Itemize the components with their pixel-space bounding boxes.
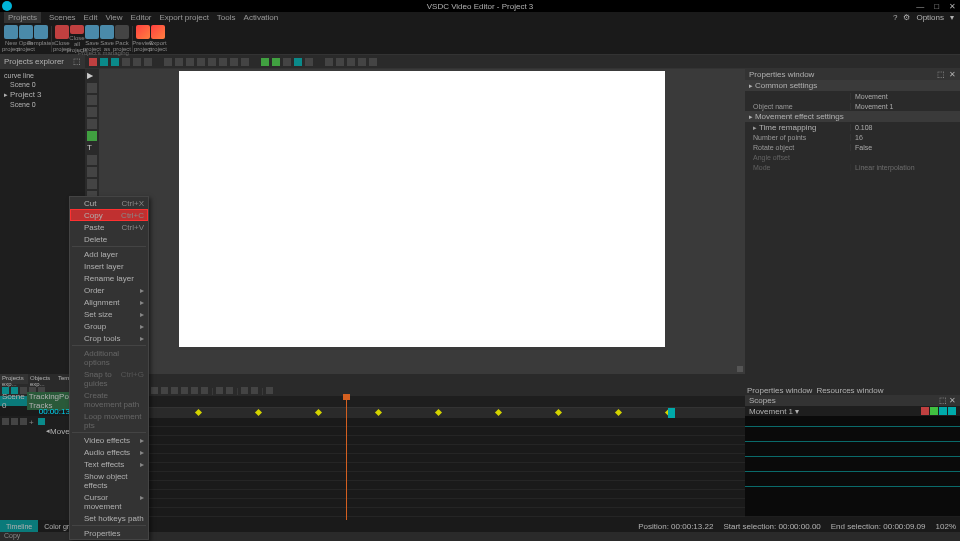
chart-tool-icon[interactable] [87,155,97,165]
export-button[interactable]: Export project [151,25,165,53]
tool-a-icon[interactable] [122,58,130,66]
context-menu-item[interactable]: Insert layer [70,260,148,272]
open-project-button[interactable]: Open project [19,25,33,53]
help-icon[interactable]: ? [893,13,897,22]
tl-prev-icon[interactable] [151,387,158,394]
menu-edit[interactable]: Edit [84,13,98,22]
gear-icon[interactable]: ⚙ [903,13,910,22]
keyframe[interactable] [495,409,502,416]
context-menu-item[interactable]: Set hotkeys path [70,512,148,524]
save-project-button[interactable]: Save project [85,25,99,53]
tool-align-icon[interactable] [186,58,194,66]
context-menu-item[interactable]: Show object effects [70,470,148,491]
shape-tool-icon[interactable] [87,131,97,141]
scope-red-icon[interactable] [921,407,929,415]
keyframe[interactable] [255,409,262,416]
tool-x1-icon[interactable] [283,58,291,66]
menu-scenes[interactable]: Scenes [49,13,76,22]
context-menu-item[interactable]: Text effects▸ [70,458,148,470]
tool-play-icon[interactable] [208,58,216,66]
tl-mark-icon[interactable] [251,387,258,394]
tool-x2-icon[interactable] [294,58,302,66]
context-menu-item[interactable]: Delete [70,233,148,245]
explorer-pin-icon[interactable]: ⬚ [73,57,81,66]
tool-y3-icon[interactable] [347,58,355,66]
keyframe[interactable] [615,409,622,416]
tab-properties-window[interactable]: Properties window [747,386,812,395]
pin-icon[interactable]: ⬚ [937,70,945,79]
playhead[interactable] [346,396,347,526]
tool-next-icon[interactable] [219,58,227,66]
pack-project-button[interactable]: Pack project [115,25,129,53]
rect-tool-icon[interactable] [87,107,97,117]
tab-projects-exp[interactable]: Projects exp... [0,374,28,384]
image-tool-icon[interactable] [87,167,97,177]
keyframe[interactable] [375,409,382,416]
maximize-button[interactable]: □ [934,2,939,11]
tl-next-icon[interactable] [191,387,198,394]
context-menu-item[interactable]: CopyCtrl+C [70,209,148,221]
preview-canvas[interactable] [179,71,665,347]
chevron-down-icon[interactable]: ▾ [950,13,954,22]
menu-projects[interactable]: Projects [4,12,41,23]
context-menu-item[interactable]: Cursor movement▸ [70,491,148,512]
ellipse-tool-icon[interactable] [87,119,97,129]
tl-cut-icon[interactable] [226,387,233,394]
tl-fx-icon[interactable] [38,418,45,425]
tl-play-icon[interactable] [161,387,168,394]
menu-editor[interactable]: Editor [131,13,152,22]
scopes-movement-select[interactable]: Movement 1 ▾ [749,407,799,416]
tl-split-icon[interactable] [241,387,248,394]
context-menu-item[interactable]: Properties [70,527,148,539]
preview-button[interactable]: Preview project [136,25,150,53]
save-as-button[interactable]: Save as [100,25,114,53]
tl-mute-icon[interactable] [20,418,27,425]
tool-cut-icon[interactable] [89,58,97,66]
line-tool-icon[interactable] [87,95,97,105]
context-menu-item[interactable]: Video effects▸ [70,434,148,446]
close-button[interactable]: ✕ [949,2,956,11]
tab-objects-exp[interactable]: Objects exp... [28,374,56,384]
tl-last-icon[interactable] [201,387,208,394]
tool-x3-icon[interactable] [305,58,313,66]
cursor-tool-icon[interactable]: ▶ [87,71,97,81]
tool-prev-icon[interactable] [197,58,205,66]
tool-rec-icon[interactable] [241,58,249,66]
canvas-resize-handle[interactable] [737,366,743,372]
text-tool-icon[interactable]: T [87,143,97,153]
context-menu-item[interactable]: Order▸ [70,284,148,296]
context-menu-item[interactable]: Group▸ [70,320,148,332]
tool-undo-icon[interactable] [100,58,108,66]
move-tool-icon[interactable] [87,83,97,93]
context-menu-item[interactable]: CutCtrl+X [70,197,148,209]
tl-zoom-icon[interactable] [266,387,273,394]
context-menu-item[interactable]: Set size▸ [70,308,148,320]
video-tool-icon[interactable] [87,179,97,189]
tool-y1-icon[interactable] [325,58,333,66]
tool-up-icon[interactable] [261,58,269,66]
context-menu-item[interactable]: Crop tools▸ [70,332,148,344]
context-menu-item[interactable]: Add layer [70,248,148,260]
menu-activation[interactable]: Activation [244,13,279,22]
tool-stop-icon[interactable] [230,58,238,66]
tool-snap-icon[interactable] [175,58,183,66]
context-menu-item[interactable]: Alignment▸ [70,296,148,308]
tool-c-icon[interactable] [144,58,152,66]
tool-refresh-icon[interactable] [369,58,377,66]
prop-section-common[interactable]: ▸ Common settings [745,80,960,91]
tool-b-icon[interactable] [133,58,141,66]
tree-item[interactable]: ▸ Project 3 [2,89,83,100]
tree-item[interactable]: curve line [2,71,83,80]
tl-add2-icon[interactable]: + [29,418,36,425]
tool-y4-icon[interactable] [358,58,366,66]
tool-redo-icon[interactable] [111,58,119,66]
tool-y2-icon[interactable] [336,58,344,66]
templates-button[interactable]: Templates [34,25,48,53]
scope-teal-icon[interactable] [939,407,947,415]
tl-loop-icon[interactable] [216,387,223,394]
close-panel-icon[interactable]: ✕ [949,396,956,405]
tl-lock-icon[interactable] [11,418,18,425]
scope-teal2-icon[interactable] [948,407,956,415]
tl-eye-icon[interactable] [2,418,9,425]
menu-tools[interactable]: Tools [217,13,236,22]
